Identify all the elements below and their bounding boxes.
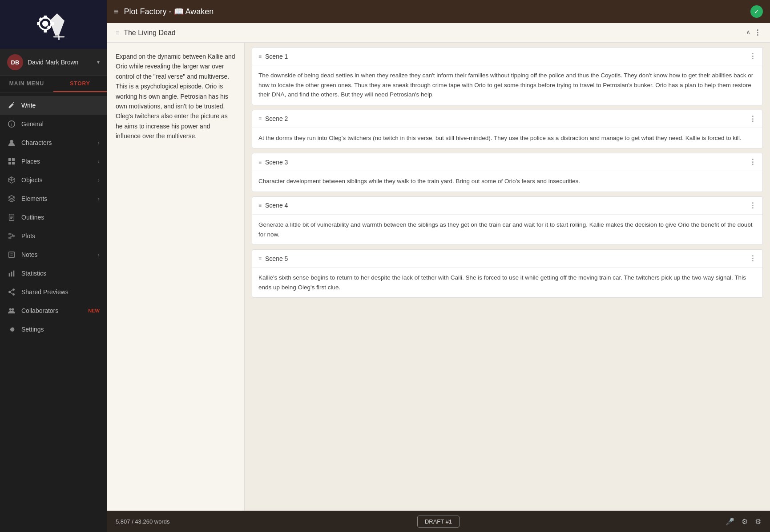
scene-card-2: ≡ Scene 2 ⋮ At the dorms they run into O… xyxy=(252,110,763,149)
svg-point-13 xyxy=(10,140,13,143)
scenes-panel: ≡ Scene 1 ⋮ The downside of being dead s… xyxy=(245,43,770,511)
tab-story[interactable]: STORY xyxy=(53,76,107,92)
sidebar-label-statistics: Statistics xyxy=(21,270,100,277)
svg-rect-16 xyxy=(8,162,11,164)
svg-point-24 xyxy=(9,237,11,239)
footer-actions: 🎤 ⚙ ⚙ xyxy=(460,517,761,526)
pencil-icon xyxy=(7,101,16,110)
share-icon xyxy=(7,288,16,296)
drag-handle-icon: ≡ xyxy=(116,29,119,36)
layers-icon xyxy=(7,194,16,203)
scene-5-more-icon[interactable]: ⋮ xyxy=(749,254,756,263)
note-icon xyxy=(7,250,16,259)
svg-rect-15 xyxy=(12,158,15,161)
person-icon xyxy=(7,138,16,147)
svg-rect-14 xyxy=(8,158,11,161)
sidebar: DB David Mark Brown ▾ MAIN MENU STORY Wr… xyxy=(0,0,107,532)
scene-1-title: Scene 1 xyxy=(265,53,746,60)
tools-icon[interactable]: ⚙ xyxy=(742,517,748,526)
tab-main-menu[interactable]: MAIN MENU xyxy=(0,76,53,92)
scene-4-more-icon[interactable]: ⋮ xyxy=(749,201,756,210)
sidebar-item-outlines[interactable]: Outlines xyxy=(0,208,107,227)
svg-rect-28 xyxy=(9,273,10,276)
chapter-notes-text: Expand on the dynamic between Kallie and… xyxy=(116,52,235,141)
sidebar-label-collaborators: Collaborators xyxy=(21,307,81,314)
branch-icon xyxy=(7,232,16,240)
sidebar-label-write: Write xyxy=(21,102,100,109)
group-icon xyxy=(7,306,16,315)
svg-point-33 xyxy=(9,291,11,293)
sidebar-item-objects[interactable]: Objects › xyxy=(0,171,107,189)
sidebar-label-general: General xyxy=(21,120,100,128)
word-count: 5,807 / 43,260 words xyxy=(116,518,417,525)
sidebar-label-settings: Settings xyxy=(21,326,100,333)
scene-2-header: ≡ Scene 2 ⋮ xyxy=(252,110,762,128)
scene-2-body: At the dorms they run into Oleg's twitch… xyxy=(252,128,762,148)
scene-4-header: ≡ Scene 4 ⋮ xyxy=(252,197,762,215)
scene-drag-icon: ≡ xyxy=(258,159,262,165)
svg-rect-25 xyxy=(9,252,15,258)
main-content: ≡ Plot Factory - 📖 Awaken ✓ ≡ The Living… xyxy=(107,0,770,532)
scene-drag-icon: ≡ xyxy=(258,53,262,60)
scene-4-title: Scene 4 xyxy=(265,202,746,209)
scene-3-body: Character development between siblings w… xyxy=(252,171,762,192)
svg-rect-10 xyxy=(53,36,65,37)
gear-icon xyxy=(7,325,16,334)
sidebar-item-characters[interactable]: Characters › xyxy=(0,133,107,152)
chapter-title: The Living Dead xyxy=(124,29,742,37)
settings-icon[interactable]: ⚙ xyxy=(755,517,761,526)
footer-bar: 5,807 / 43,260 words DRAFT #1 🎤 ⚙ ⚙ xyxy=(107,511,770,532)
sidebar-item-statistics[interactable]: Statistics xyxy=(0,264,107,283)
chapter-actions: ∧ ⋮ xyxy=(746,28,761,37)
sidebar-item-write[interactable]: Write xyxy=(0,96,107,115)
sidebar-item-elements[interactable]: Elements › xyxy=(0,189,107,208)
sidebar-item-settings[interactable]: Settings xyxy=(0,320,107,339)
chapter-more-icon[interactable]: ⋮ xyxy=(754,28,761,37)
svg-rect-3 xyxy=(44,30,47,33)
scene-4-body: Generate a little bit of vulnerability a… xyxy=(252,215,762,244)
sidebar-item-places[interactable]: Places › xyxy=(0,152,107,171)
sidebar-item-collaborators[interactable]: Collaborators NEW xyxy=(0,301,107,320)
scene-card-4: ≡ Scene 4 ⋮ Generate a little bit of vul… xyxy=(252,196,763,245)
scene-2-more-icon[interactable]: ⋮ xyxy=(749,115,756,123)
arrow-icon: › xyxy=(97,195,100,202)
sidebar-item-shared-previews[interactable]: Shared Previews xyxy=(0,283,107,301)
scene-1-body: The downside of being dead settles in wh… xyxy=(252,65,762,105)
hamburger-icon[interactable]: ≡ xyxy=(114,7,119,16)
sidebar-label-characters: Characters xyxy=(21,139,92,146)
user-name: David Mark Brown xyxy=(28,59,93,66)
sidebar-user[interactable]: DB David Mark Brown ▾ xyxy=(0,49,107,76)
scene-3-more-icon[interactable]: ⋮ xyxy=(749,158,756,166)
topbar-title: Plot Factory - 📖 Awaken xyxy=(124,7,745,16)
scene-5-body: Kallie's sixth sense begins to return to… xyxy=(252,268,762,297)
svg-point-34 xyxy=(9,308,12,311)
svg-text:i: i xyxy=(11,122,12,127)
scene-3-header: ≡ Scene 3 ⋮ xyxy=(252,153,762,171)
scene-5-header: ≡ Scene 5 ⋮ xyxy=(252,250,762,268)
sidebar-label-objects: Objects xyxy=(21,176,92,184)
draft-button[interactable]: DRAFT #1 xyxy=(417,516,460,528)
sidebar-item-plots[interactable]: Plots xyxy=(0,227,107,245)
sidebar-label-elements: Elements xyxy=(21,195,92,202)
sidebar-logo xyxy=(0,0,107,49)
topbar: ≡ Plot Factory - 📖 Awaken ✓ xyxy=(107,0,770,23)
collapse-icon[interactable]: ∧ xyxy=(746,28,750,37)
svg-point-22 xyxy=(9,233,11,235)
scene-1-more-icon[interactable]: ⋮ xyxy=(749,52,756,60)
scene-5-title: Scene 5 xyxy=(265,255,746,262)
microphone-icon[interactable]: 🎤 xyxy=(726,517,734,526)
svg-point-31 xyxy=(13,289,15,291)
scene-2-title: Scene 2 xyxy=(265,115,746,122)
two-col-layout: Expand on the dynamic between Kallie and… xyxy=(107,43,770,511)
sidebar-item-notes[interactable]: Notes › xyxy=(0,245,107,264)
chapter-header: ≡ The Living Dead ∧ ⋮ xyxy=(107,23,770,43)
svg-marker-8 xyxy=(50,13,65,36)
sidebar-label-shared-previews: Shared Previews xyxy=(21,288,100,296)
avatar: DB xyxy=(7,54,23,70)
svg-point-35 xyxy=(12,308,14,311)
doc-icon xyxy=(7,213,16,222)
svg-rect-17 xyxy=(12,162,15,164)
sidebar-label-places: Places xyxy=(21,158,92,165)
sidebar-label-outlines: Outlines xyxy=(21,214,100,221)
sidebar-item-general[interactable]: i General xyxy=(0,115,107,133)
